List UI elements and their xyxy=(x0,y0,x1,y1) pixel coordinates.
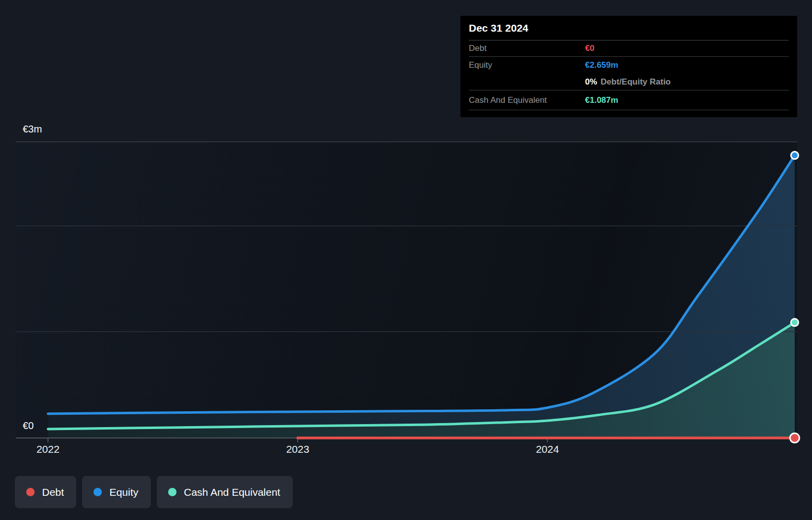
equity-legend-dot-icon xyxy=(93,488,102,496)
cash-legend-dot-icon xyxy=(168,488,177,496)
tooltip-ratio-value: 0% xyxy=(585,77,597,87)
tooltip-row-ratio: 0%Debt/Equity Ratio xyxy=(469,74,789,90)
chart-tooltip: Dec 31 2024 Debt €0 Equity €2.659m 0%Deb… xyxy=(460,16,797,117)
tooltip-row-cash: Cash And Equivalent €1.087m xyxy=(469,90,789,110)
debt-equity-history-chart: €3m €0 2022 2023 2024 Dec 31 2024 Debt €… xyxy=(0,0,812,520)
legend-label-equity: Equity xyxy=(109,486,138,498)
debt-legend-dot-icon xyxy=(26,488,35,496)
tooltip-ratio-label: Debt/Equity Ratio xyxy=(601,77,671,87)
y-axis-label-zero: €0 xyxy=(23,420,34,431)
tooltip-equity-label: Equity xyxy=(469,60,585,70)
legend: Debt Equity Cash And Equivalent xyxy=(15,476,293,508)
y-axis-label-max: €3m xyxy=(23,124,42,134)
legend-item-cash[interactable]: Cash And Equivalent xyxy=(157,476,293,508)
cash-and-equivalent-end-marker[interactable] xyxy=(791,319,798,326)
tooltip-row-debt: Debt €0 xyxy=(469,41,789,57)
x-axis-label-2022: 2022 xyxy=(37,443,60,455)
tooltip-cash-value: €1.087m xyxy=(585,95,789,105)
legend-label-debt: Debt xyxy=(42,486,64,498)
legend-item-debt[interactable]: Debt xyxy=(15,476,76,508)
legend-item-equity[interactable]: Equity xyxy=(82,476,150,508)
x-axis-label-2023: 2023 xyxy=(286,443,310,455)
legend-label-cash: Cash And Equivalent xyxy=(184,486,280,498)
tooltip-row-equity: Equity €2.659m xyxy=(469,57,789,74)
tooltip-cash-label: Cash And Equivalent xyxy=(469,95,585,105)
debt-end-marker[interactable] xyxy=(790,433,799,443)
tooltip-equity-value: €2.659m xyxy=(585,60,789,70)
tooltip-debt-label: Debt xyxy=(469,43,585,53)
tooltip-ratio: 0%Debt/Equity Ratio xyxy=(585,77,789,87)
tooltip-date: Dec 31 2024 xyxy=(469,16,789,41)
equity-end-marker[interactable] xyxy=(791,152,798,159)
tooltip-debt-value: €0 xyxy=(585,43,789,53)
x-axis-label-2024: 2024 xyxy=(536,443,559,455)
